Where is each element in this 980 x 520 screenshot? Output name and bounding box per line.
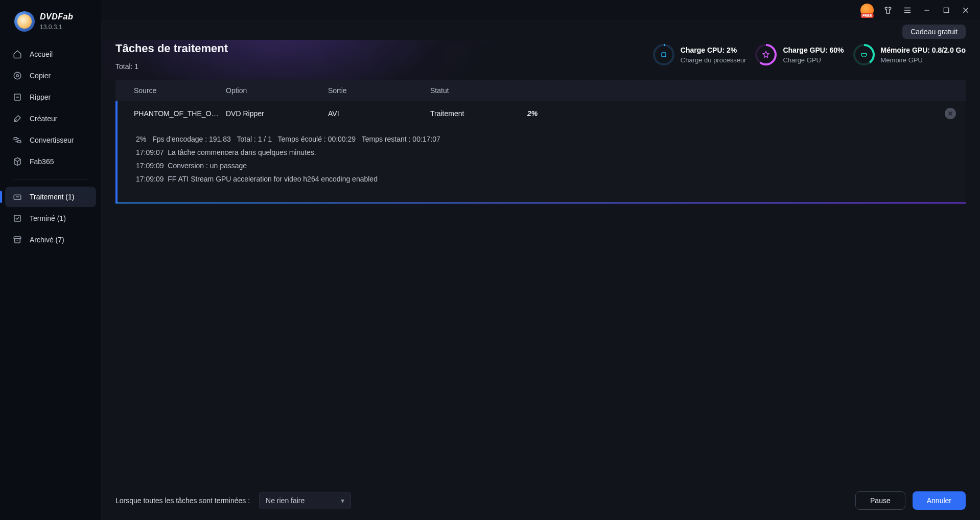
sidebar-item-label: Terminé (1)	[30, 214, 66, 222]
svg-rect-7	[14, 237, 21, 239]
sidebar-item-label: Créateur	[30, 115, 57, 123]
task-option: DVD Ripper	[226, 109, 328, 118]
sidebar-item-ripper[interactable]: Ripper	[5, 87, 96, 107]
ripper-icon	[12, 92, 22, 102]
done-icon	[12, 213, 22, 223]
footer: Lorsque toutes les tâches sont terminées…	[101, 481, 980, 520]
task-source: PHANTOM_OF_THE_OPE...	[134, 109, 226, 118]
sidebar: DVDFab 13.0.3.1 Accueil Copier Ripper Cr…	[0, 0, 101, 520]
after-tasks-select[interactable]: Ne rien faire ▾	[259, 492, 351, 509]
column-source: Source	[134, 86, 226, 95]
creator-icon	[12, 114, 22, 124]
gift-button[interactable]: Cadeau gratuit	[902, 25, 966, 39]
sidebar-item-copier[interactable]: Copier	[5, 65, 96, 86]
sidebar-item-convertisseur[interactable]: Convertisseur	[5, 130, 96, 150]
svg-point-0	[14, 72, 21, 79]
cancel-all-button[interactable]: Annuler	[913, 491, 966, 510]
stat-mem: Mémoire GPU: 0.8/2.0 Go Mémoire GPU	[853, 44, 966, 65]
app-logo-icon	[14, 11, 35, 32]
stat-mem-sub: Mémoire GPU	[881, 56, 966, 64]
column-statut: Statut	[430, 86, 527, 95]
brand-block: DVDFab 13.0.3.1	[0, 0, 101, 41]
svg-point-1	[16, 75, 19, 77]
svg-rect-4	[18, 141, 21, 143]
svg-rect-10	[861, 53, 866, 56]
sidebar-item-label: Archivé (7)	[30, 236, 64, 244]
sidebar-item-label: Fab365	[30, 157, 54, 166]
sidebar-item-label: Traitement (1)	[30, 193, 74, 201]
copy-icon	[12, 71, 22, 81]
convert-icon	[12, 135, 22, 145]
sidebar-item-label: Convertisseur	[30, 136, 74, 144]
task-cancel-button[interactable]	[945, 108, 956, 119]
task-log-line: 17:09:09 Conversion : un passage	[136, 162, 955, 170]
minimize-button[interactable]	[922, 5, 932, 15]
cube-icon	[12, 156, 22, 167]
pause-button-label: Pause	[870, 496, 891, 505]
sidebar-item-label: Copier	[30, 72, 51, 80]
stat-gpu-title: Charge GPU: 60%	[783, 46, 844, 54]
page-title: Tâches de traitement	[115, 42, 228, 55]
maximize-button[interactable]	[941, 5, 951, 15]
main-area: Cadeau gratuit Tâches de traitement Tota…	[101, 0, 980, 520]
task-details: 2% Fps d'encodage : 191.83 Total : 1 / 1…	[118, 126, 966, 202]
stat-mem-title: Mémoire GPU: 0.8/2.0 Go	[881, 46, 966, 54]
stat-gpu-sub: Charge GPU	[783, 56, 844, 64]
task-status: Traitement	[430, 109, 527, 118]
task-row[interactable]: PHANTOM_OF_THE_OPE... DVD Ripper AVI Tra…	[118, 101, 966, 126]
cpu-ring-icon	[653, 44, 674, 65]
stat-cpu-title: Charge CPU: 2%	[681, 46, 746, 54]
svg-rect-9	[662, 53, 666, 57]
sidebar-item-fab365[interactable]: Fab365	[5, 151, 96, 172]
task-output: AVI	[328, 109, 430, 118]
cancel-all-button-label: Annuler	[927, 496, 951, 505]
window-titlebar	[101, 0, 980, 20]
overall-progress-bar	[115, 202, 966, 204]
sidebar-item-label: Accueil	[30, 50, 53, 58]
after-tasks-label: Lorsque toutes les tâches sont terminées…	[115, 496, 250, 505]
stat-gpu: Charge GPU: 60% Charge GPU	[755, 44, 844, 65]
task-log-line: 17:09:09 FF ATI Stream GPU acceleration …	[136, 175, 955, 183]
resource-stats: Charge CPU: 2% Charge du processeur Char…	[653, 44, 966, 65]
sidebar-item-accueil[interactable]: Accueil	[5, 44, 96, 64]
gift-button-label: Cadeau gratuit	[911, 28, 958, 36]
archive-icon	[12, 235, 22, 245]
hamburger-menu-icon[interactable]	[902, 5, 913, 15]
tshirt-icon[interactable]	[883, 5, 893, 15]
sidebar-item-label: Ripper	[30, 93, 51, 101]
column-option: Option	[226, 86, 328, 95]
task-total: Total: 1	[115, 62, 228, 71]
column-sortie: Sortie	[328, 86, 430, 95]
main-nav: Accueil Copier Ripper Créateur Convertis…	[0, 41, 101, 250]
chevron-down-icon: ▾	[341, 496, 344, 505]
svg-rect-8	[944, 8, 948, 12]
gpu-ring-icon	[755, 44, 777, 65]
promo-badge-icon[interactable]	[860, 4, 874, 17]
processing-icon	[12, 192, 22, 202]
sidebar-item-archive[interactable]: Archivé (7)	[5, 230, 96, 250]
task-log-line: 17:09:07 La tâche commencera dans quelqu…	[136, 148, 955, 156]
task-table-header: Source Option Sortie Statut	[115, 80, 966, 101]
sidebar-item-traitement[interactable]: Traitement (1)	[5, 187, 96, 207]
after-tasks-select-value: Ne rien faire	[266, 496, 305, 505]
stat-cpu-sub: Charge du processeur	[681, 56, 746, 64]
stat-cpu: Charge CPU: 2% Charge du processeur	[653, 44, 746, 65]
svg-rect-3	[14, 138, 17, 140]
task-summary-line: 2% Fps d'encodage : 191.83 Total : 1 / 1…	[136, 135, 955, 143]
task-progress: 2%	[527, 109, 935, 118]
home-icon	[12, 49, 22, 59]
pause-button[interactable]: Pause	[855, 491, 905, 510]
app-version: 13.0.3.1	[40, 24, 73, 31]
app-name: DVDFab	[40, 12, 73, 21]
sidebar-item-termine[interactable]: Terminé (1)	[5, 208, 96, 229]
svg-rect-6	[14, 215, 20, 221]
task-row-group: PHANTOM_OF_THE_OPE... DVD Ripper AVI Tra…	[115, 101, 966, 202]
sidebar-item-createur[interactable]: Créateur	[5, 108, 96, 129]
nav-divider	[13, 179, 88, 179]
mem-ring-icon	[853, 44, 875, 65]
close-window-button[interactable]	[961, 5, 971, 15]
